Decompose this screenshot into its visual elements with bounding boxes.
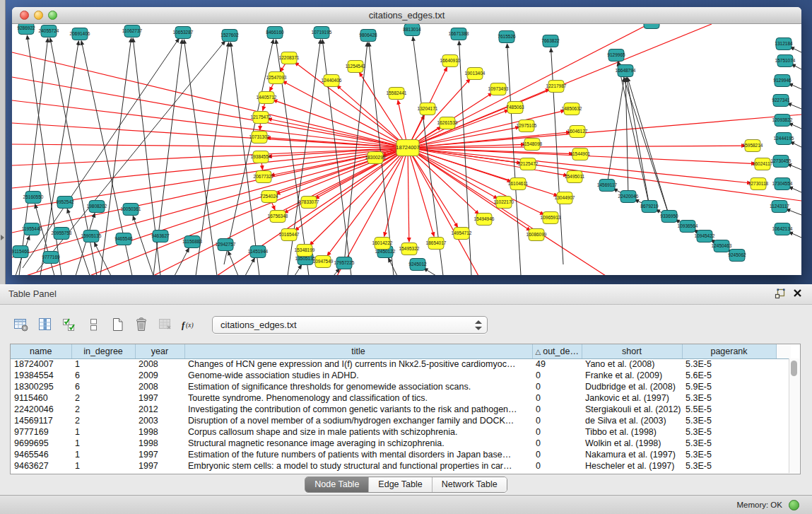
graph-node[interactable]: 11254543	[346, 61, 366, 73]
graph-node[interactable]: 1312184	[775, 38, 793, 50]
graph-node[interactable]: 8813014	[403, 24, 421, 36]
graph-node[interactable]: 14405712	[257, 92, 277, 104]
cell[interactable]: 0	[532, 404, 582, 415]
graph-node[interactable]: 16648794	[616, 65, 636, 77]
cell[interactable]: Jankovic et al. (1997)	[582, 392, 682, 404]
graph-node[interactable]: 7615526	[498, 31, 516, 43]
graph-edge[interactable]	[787, 164, 801, 170]
table-settings-button[interactable]	[10, 314, 33, 335]
graph-node[interactable]: 9806428	[359, 30, 377, 42]
graph-edge[interactable]	[408, 148, 606, 275]
graph-node[interactable]: 9463627	[151, 230, 170, 243]
cell[interactable]: 1	[71, 449, 135, 460]
column-header-year[interactable]: year	[135, 344, 184, 358]
graph-edge[interactable]	[344, 42, 367, 263]
graph-node[interactable]: 9115460	[12, 246, 30, 258]
close-window-button[interactable]	[20, 11, 29, 20]
column-header-pagerank[interactable]: pagerank	[682, 344, 776, 358]
graph-node[interactable]: 8679219	[640, 201, 659, 213]
cell[interactable]: 1998	[135, 438, 184, 449]
graph-node[interactable]: 9952542	[56, 197, 74, 209]
graph-node[interactable]: 12125472	[518, 158, 539, 170]
graph-node[interactable]: 12730455	[771, 156, 792, 168]
table-row[interactable]: 969969511998Structural magnetic resonanc…	[11, 438, 791, 449]
graph-node[interactable]: 15495011	[565, 171, 585, 183]
graph-edge[interactable]	[76, 214, 95, 275]
graph-node[interactable]: 10973493	[488, 83, 509, 95]
tab-node-table[interactable]: Node Table	[305, 477, 369, 492]
graph-node[interactable]: 14569117	[597, 180, 618, 192]
cell[interactable]: 0	[532, 449, 582, 460]
column-header-in_degree[interactable]: in_degree	[71, 344, 135, 358]
graph-node[interactable]: 15751074	[775, 55, 796, 67]
graph-node[interactable]: 10936564	[678, 221, 698, 233]
network-canvas[interactable]: 9286922240557242069140611062737106532871…	[12, 24, 801, 275]
float-panel-button[interactable]	[774, 288, 787, 300]
graph-node[interactable]: 16261533	[437, 117, 458, 129]
graph-node[interactable]: 20955758	[52, 228, 72, 240]
graph-node[interactable]: 12444195	[774, 133, 794, 145]
graph-node[interactable]: 10050361	[121, 204, 141, 216]
cell[interactable]: 6	[71, 370, 135, 381]
graph-node[interactable]: 10965913	[541, 212, 561, 224]
network-window-titlebar[interactable]: citations_edges.txt	[12, 7, 801, 24]
graph-node[interactable]: 11955446	[22, 223, 42, 235]
cell[interactable]: Disruption of a novel member of a sodium…	[184, 415, 532, 426]
cell[interactable]: 0	[532, 381, 582, 392]
cell[interactable]: Structural magnetic resonance image aver…	[184, 438, 532, 449]
graph-edge[interactable]	[408, 148, 434, 236]
graph-node[interactable]: 11544901	[570, 148, 591, 160]
graph-node[interactable]: 14954712	[452, 228, 472, 240]
graph-node[interactable]: 12093822	[772, 115, 793, 127]
cell[interactable]: 9777169	[11, 426, 71, 438]
cell[interactable]: 49	[532, 358, 582, 370]
graph-node[interactable]: 9245012	[408, 259, 427, 271]
graph-node[interactable]: 15958214	[743, 140, 763, 152]
graph-edge[interactable]	[35, 204, 54, 275]
row-height-button[interactable]	[82, 314, 105, 335]
cell[interactable]: 14569117	[11, 415, 71, 426]
graph-edge[interactable]	[790, 47, 801, 52]
graph-edge[interactable]	[310, 148, 408, 245]
table-row[interactable]: 946554611997Estimation of the future num…	[11, 449, 791, 460]
graph-node[interactable]: 10947549	[313, 256, 334, 268]
table-row[interactable]: 911546021997Tourette syndrome. Phenomeno…	[11, 392, 791, 404]
graph-node[interactable]: 16014222	[372, 238, 393, 250]
graph-node[interactable]: 9286922	[17, 24, 35, 35]
column-header-title[interactable]: title	[184, 344, 532, 358]
cell[interactable]: 19384554	[11, 370, 71, 381]
graph-node[interactable]: 11156883	[182, 236, 202, 248]
graph-node[interactable]: 20677327	[254, 171, 274, 183]
cell[interactable]: 1997	[135, 392, 184, 404]
graph-node[interactable]: 18724007	[396, 140, 419, 156]
graph-edge[interactable]	[133, 216, 153, 275]
cell[interactable]: 1997	[135, 449, 184, 460]
graph-node[interactable]: 16640910	[440, 55, 461, 67]
graph-node[interactable]: 9129946	[773, 75, 792, 87]
graph-node[interactable]: 24055724	[39, 25, 59, 37]
cell[interactable]: Stergiakouli et al. (2012)	[582, 404, 682, 415]
graph-node[interactable]: 12217987	[546, 81, 567, 93]
graph-node[interactable]: 9777169	[42, 252, 60, 264]
graph-node[interactable]: 15348199	[295, 245, 315, 257]
cell[interactable]: 2	[71, 415, 135, 426]
graph-edge[interactable]	[245, 258, 254, 275]
graph-node[interactable]: 11243117	[770, 201, 789, 213]
cell[interactable]: 9463627	[11, 460, 71, 472]
cell[interactable]: 0	[532, 426, 582, 438]
table-row[interactable]: 977716911998Corpus callosum shape and si…	[11, 426, 791, 438]
graph-edge[interactable]	[787, 103, 801, 109]
cell[interactable]: 1997	[135, 460, 184, 472]
graph-node[interactable]: 10165447	[279, 229, 300, 241]
graph-edge[interactable]	[334, 269, 340, 275]
create-table-button[interactable]	[106, 314, 129, 335]
cell[interactable]: 2012	[135, 404, 184, 415]
graph-node[interactable]: 9227341	[772, 95, 790, 107]
table-row[interactable]: 1830029562008Estimation of significance …	[11, 381, 791, 392]
graph-node[interactable]: 16086099	[526, 229, 547, 241]
cell[interactable]: Tibbo et al. (1998)	[582, 426, 682, 438]
graph-node[interactable]: 13044907	[555, 192, 575, 204]
graph-node[interactable]: 8466160	[266, 27, 284, 39]
minimize-window-button[interactable]	[34, 11, 43, 20]
graph-node[interactable]: 10719195	[312, 27, 332, 39]
